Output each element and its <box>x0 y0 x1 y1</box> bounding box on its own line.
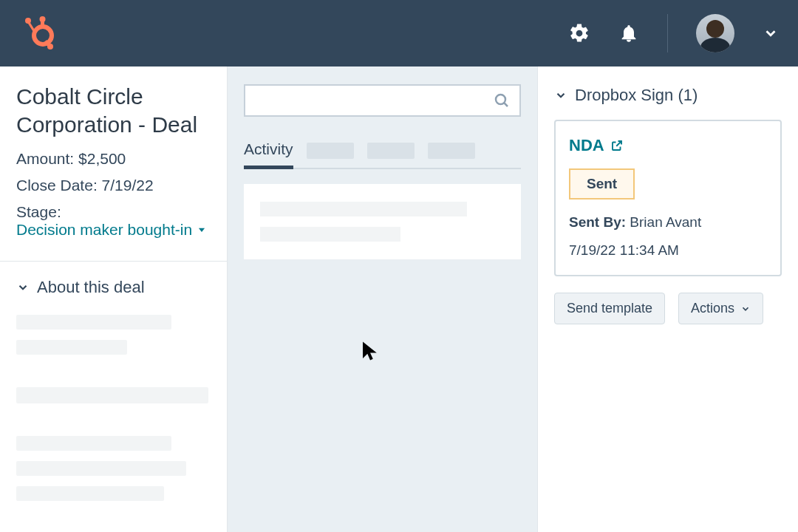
dropbox-sign-toggle[interactable]: Dropbox Sign (1) <box>554 86 782 105</box>
chevron-down-icon <box>16 281 30 294</box>
sent-by-label: Sent By: <box>569 214 626 230</box>
external-link-icon <box>610 139 624 152</box>
about-deal-toggle[interactable]: About this deal <box>16 278 211 297</box>
deal-title: Cobalt Circle Corporation - Deal <box>16 83 211 138</box>
status-badge: Sent <box>569 168 635 200</box>
placeholder-line <box>16 461 186 476</box>
placeholder-line <box>16 387 208 403</box>
sidebar-divider <box>0 261 227 262</box>
amount-label: Amount: <box>16 150 74 167</box>
search-icon <box>493 92 511 109</box>
sent-by-value: Brian Avant <box>630 214 701 230</box>
svg-point-4 <box>40 16 46 22</box>
svg-line-9 <box>504 103 508 106</box>
placeholder-line <box>16 315 171 330</box>
notifications-icon[interactable] <box>618 23 639 44</box>
svg-point-2 <box>34 27 52 44</box>
chevron-down-icon <box>554 89 567 102</box>
deal-stage: Stage: Decision maker bought-in <box>16 203 211 239</box>
placeholder-line <box>16 436 171 451</box>
activity-tabs: Activity <box>244 140 521 169</box>
about-deal-header: About this deal <box>37 278 145 297</box>
search-input[interactable] <box>244 84 521 117</box>
actions-label: Actions <box>691 301 734 316</box>
stage-label: Stage: <box>16 203 61 220</box>
caret-down-icon <box>197 225 207 235</box>
tab-activity[interactable]: Activity <box>244 140 293 169</box>
signature-card: NDA Sent Sent By: Brian Avant 7/19/22 11… <box>554 120 782 276</box>
close-date-label: Close Date: <box>16 177 98 194</box>
settings-icon[interactable] <box>568 22 590 44</box>
sent-timestamp: 7/19/22 11:34 AM <box>569 242 767 259</box>
svg-point-8 <box>496 95 505 104</box>
placeholder-line <box>260 227 400 242</box>
close-date-value: 7/19/22 <box>102 177 154 194</box>
activity-pane: Activity <box>228 66 538 532</box>
dropbox-sign-panel: Dropbox Sign (1) NDA Sent Sent By: Brian… <box>538 66 798 532</box>
actions-button[interactable]: Actions <box>678 293 763 324</box>
deal-amount: Amount: $2,500 <box>16 150 211 168</box>
account-menu-caret[interactable] <box>763 25 779 41</box>
amount-value: $2,500 <box>78 150 126 167</box>
topbar-divider <box>667 14 668 52</box>
stage-value: Decision maker bought-in <box>16 221 192 239</box>
send-template-button[interactable]: Send template <box>554 293 665 324</box>
tab-placeholder[interactable] <box>367 143 415 159</box>
sent-by-row: Sent By: Brian Avant <box>569 214 767 231</box>
placeholder-line <box>16 340 127 355</box>
user-avatar[interactable] <box>696 14 734 52</box>
tab-placeholder[interactable] <box>307 143 354 159</box>
svg-point-6 <box>47 44 53 50</box>
cursor-icon <box>361 340 380 365</box>
document-link[interactable]: NDA <box>569 136 624 155</box>
document-name: NDA <box>569 136 604 155</box>
deal-sidebar: Cobalt Circle Corporation - Deal Amount:… <box>0 66 228 532</box>
send-template-label: Send template <box>567 301 652 316</box>
svg-marker-7 <box>199 228 205 232</box>
activity-card <box>244 184 521 259</box>
placeholder-line <box>16 486 164 501</box>
hubspot-logo[interactable] <box>21 15 58 52</box>
deal-close-date: Close Date: 7/19/22 <box>16 177 211 194</box>
top-nav <box>0 0 798 66</box>
dropbox-sign-title: Dropbox Sign (1) <box>575 86 698 105</box>
placeholder-line <box>260 202 467 216</box>
tab-placeholder[interactable] <box>428 143 475 159</box>
chevron-down-icon <box>740 304 751 314</box>
stage-dropdown[interactable]: Decision maker bought-in <box>16 221 207 239</box>
